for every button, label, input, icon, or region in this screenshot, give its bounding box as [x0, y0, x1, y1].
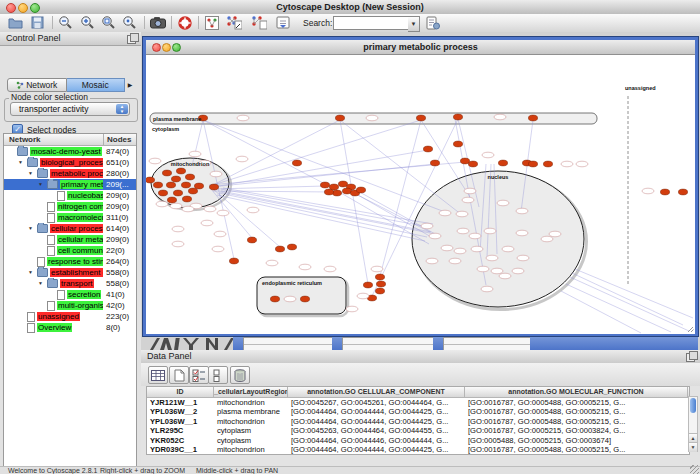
gene-node[interactable] — [430, 160, 439, 166]
annotation-node[interactable] — [502, 246, 514, 252]
annotation-node[interactable] — [247, 207, 259, 213]
annotation-node[interactable] — [486, 255, 498, 261]
gene-node[interactable] — [528, 161, 537, 167]
annotation-node[interactable] — [491, 268, 503, 274]
help-lifesaver-icon[interactable] — [176, 15, 193, 30]
gene-node[interactable] — [287, 244, 296, 250]
tree-row[interactable]: ▼metabolic process280(0) — [4, 168, 136, 179]
annotation-node[interactable] — [576, 161, 588, 167]
gene-node[interactable] — [229, 258, 238, 264]
attribute-grid-icon[interactable] — [148, 366, 168, 384]
annotation-node[interactable] — [517, 255, 529, 261]
scroll-down-icon[interactable]: ▼ — [689, 442, 697, 452]
window-resize-grip[interactable] — [690, 465, 699, 474]
gene-node[interactable] — [376, 281, 385, 287]
zoom-fit-icon[interactable] — [100, 15, 117, 30]
gene-node[interactable] — [181, 182, 190, 188]
frame-minimize-button[interactable] — [162, 43, 171, 52]
annotation-node[interactable] — [516, 230, 528, 236]
network-overlay-2-icon[interactable] — [250, 15, 267, 30]
float-panel-icon[interactable] — [686, 353, 695, 362]
gene-node[interactable] — [275, 246, 284, 252]
gene-node[interactable] — [158, 190, 167, 196]
annotation-node[interactable] — [469, 233, 481, 239]
tree-row[interactable]: secretion41(0) — [4, 289, 136, 300]
annotation-node[interactable] — [457, 228, 469, 234]
annotation-node[interactable] — [156, 201, 168, 207]
zoom-selected-icon[interactable] — [121, 15, 138, 30]
annotation-node[interactable] — [454, 248, 466, 254]
gene-node[interactable] — [460, 158, 469, 164]
annotation-node[interactable] — [477, 266, 489, 272]
frame-close-button[interactable] — [152, 43, 161, 52]
annotation-node[interactable] — [456, 211, 468, 217]
annotation-node[interactable] — [189, 151, 201, 157]
new-attribute-icon[interactable] — [169, 366, 189, 384]
tab-network[interactable]: Network — [7, 78, 67, 92]
gene-node[interactable] — [423, 146, 432, 152]
gene-node[interactable] — [324, 189, 333, 195]
search-config-icon[interactable] — [424, 15, 441, 30]
annotation-node[interactable] — [426, 258, 438, 264]
gene-node[interactable] — [498, 160, 507, 166]
expander-icon[interactable]: ▼ — [38, 278, 47, 289]
gene-node[interactable] — [453, 141, 462, 147]
annotation-node[interactable] — [346, 306, 358, 312]
window-title-bar[interactable]: Cytoscape Desktop (New Session) — [0, 0, 700, 15]
gene-node[interactable] — [335, 115, 344, 121]
save-icon[interactable] — [29, 15, 46, 30]
gene-node[interactable] — [162, 170, 171, 176]
annotation-node[interactable] — [182, 206, 194, 212]
tree-row[interactable]: Overview8(0) — [4, 322, 136, 333]
gene-node[interactable] — [166, 182, 175, 188]
table-row[interactable]: YPL036W__2plasma membrane[GO:0044464, GO… — [147, 407, 689, 416]
annotation-node[interactable] — [512, 268, 524, 274]
frame-resize-grip[interactable] — [688, 327, 694, 332]
annotation-node[interactable] — [214, 231, 226, 237]
annotation-node[interactable] — [497, 200, 509, 206]
annotation-node[interactable] — [170, 203, 182, 209]
annotation-node[interactable] — [149, 158, 161, 164]
gene-node[interactable] — [453, 114, 462, 120]
annotation-node[interactable] — [217, 210, 229, 216]
annotation-node[interactable] — [237, 115, 249, 121]
annotation-node[interactable] — [324, 266, 336, 272]
annotation-node[interactable] — [236, 156, 248, 162]
annotation-node[interactable] — [357, 293, 369, 299]
tree-row[interactable]: ▼establishment of lo558(0) — [4, 267, 136, 278]
annotation-node[interactable] — [499, 273, 511, 279]
zoom-in-icon[interactable] — [79, 15, 96, 30]
snapshot-camera-icon[interactable] — [149, 15, 166, 30]
select-attributes-icon[interactable] — [189, 366, 209, 384]
import-annotation-icon[interactable] — [275, 15, 292, 30]
zoom-out-icon[interactable] — [57, 15, 74, 30]
annotation-node[interactable] — [642, 188, 654, 194]
gene-node[interactable] — [188, 188, 197, 194]
annotation-node[interactable] — [449, 258, 461, 264]
annotation-node[interactable] — [482, 152, 494, 158]
annotation-node[interactable] — [371, 266, 383, 272]
annotation-node[interactable] — [481, 286, 493, 292]
gene-node[interactable] — [247, 237, 256, 243]
search-dropdown-arrow[interactable]: ▼ — [408, 16, 420, 32]
open-file-icon[interactable] — [7, 15, 24, 30]
annotation-node[interactable] — [266, 260, 278, 266]
gene-node[interactable] — [338, 181, 347, 187]
annotation-node[interactable] — [212, 246, 224, 252]
tree-row[interactable]: ▼biological_process651(0) — [4, 157, 136, 168]
search-input[interactable] — [333, 16, 409, 30]
expander-icon[interactable]: ▼ — [28, 267, 37, 278]
close-button[interactable] — [6, 3, 16, 13]
annotation-node[interactable] — [429, 233, 441, 239]
annotation-node[interactable] — [462, 197, 474, 203]
expander-icon[interactable]: ▼ — [18, 157, 27, 168]
node-color-dropdown[interactable]: transporter activity ▲▼ — [10, 102, 130, 116]
gene-node[interactable] — [270, 296, 279, 302]
annotation-node[interactable] — [439, 210, 451, 216]
gene-node[interactable] — [468, 161, 477, 167]
gene-node[interactable] — [300, 296, 309, 302]
table-row[interactable]: YJR121W__1mitochondrion[GO:0045267, GO:0… — [147, 398, 689, 407]
gene-node[interactable] — [320, 182, 329, 188]
annotation-node[interactable] — [441, 245, 453, 251]
gene-node[interactable] — [375, 274, 384, 280]
